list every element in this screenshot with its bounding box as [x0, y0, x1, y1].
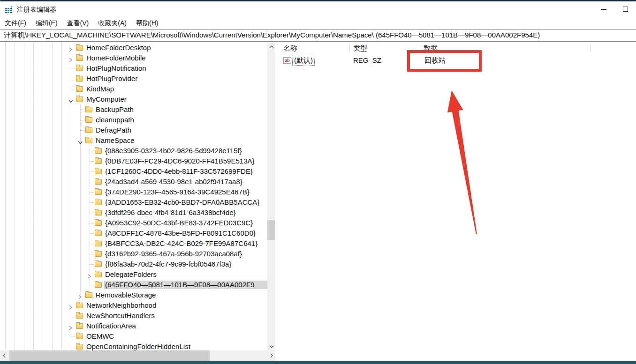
tree-connector — [90, 223, 94, 223]
tree-item-hotplugprovider[interactable]: HotPlugProvider — [0, 74, 267, 84]
tree-item-opencontainingfolderhiddenlist[interactable]: OpenContainingFolderHiddenList — [0, 342, 267, 350]
folder-icon — [76, 334, 83, 339]
column-separator[interactable] — [349, 43, 350, 53]
tree-item-b4bfcc3a-db2c-424c-b029-7fe99a87c641[interactable]: {B4BFCC3A-DB2C-424C-B029-7FE99A87C641} — [0, 238, 267, 249]
maximize-button[interactable] — [614, 1, 636, 17]
minimize-button[interactable] — [593, 1, 614, 17]
tree-item-label: HotPlugProvider — [85, 74, 138, 83]
column-header-name[interactable]: 名称 — [283, 44, 297, 53]
scroll-right-button[interactable] — [267, 350, 275, 361]
chevron-right-icon[interactable] — [68, 324, 73, 328]
chevron-right-icon[interactable] — [68, 303, 73, 308]
tree-connector — [90, 244, 94, 244]
tree-item-3dfdf296-dbec-4fb4-81d1-6a3438bcf4de[interactable]: {3dfdf296-dbec-4fb4-81d1-6a3438bcf4de} — [0, 208, 267, 218]
chevron-right-icon[interactable] — [68, 56, 73, 60]
tree-item-label: OEMWC — [85, 332, 115, 341]
folder-icon — [95, 230, 102, 236]
scroll-down-button[interactable] — [267, 342, 275, 350]
tree-item-label: {24ad3ad4-a569-4530-98e1-ab02f9417aa8} — [104, 178, 243, 186]
tree-item-homefoldermobile[interactable]: HomeFolderMobile — [0, 53, 267, 63]
menu-item-h[interactable]: 帮助(H) — [131, 18, 163, 29]
menu-label-close: ) — [156, 19, 159, 27]
tree-item-a0953c92-50dc-43bf-be83-3742fed03c9c[interactable]: {A0953C92-50DC-43bf-BE83-3742FED03C9C} — [0, 218, 267, 228]
menu-accel-key: F — [20, 19, 24, 27]
tree-connector — [71, 316, 75, 316]
main-area: HomeFolderDesktopHomeFolderMobileHotPlug… — [0, 42, 636, 364]
tree-connector — [90, 233, 94, 234]
value-name[interactable]: (默认) — [293, 56, 314, 65]
chevron-right-icon[interactable] — [68, 45, 73, 50]
registry-editor-window: 注册表编辑器 文件(F)编辑(E)查看(V)收藏夹(A)帮助(H) 计算机\HK… — [0, 0, 636, 364]
menu-item-e[interactable]: 编辑(E) — [31, 18, 62, 29]
tree-item-label: NameSpace — [95, 136, 136, 145]
folder-icon — [85, 117, 92, 123]
chevron-right-icon[interactable] — [87, 272, 92, 277]
tree-item-networkneighborhood[interactable]: NetworkNeighborhood — [0, 300, 267, 311]
tree-scrollbar-thumb[interactable] — [267, 220, 275, 240]
tree-item-label: NetworkNeighborhood — [85, 301, 157, 310]
tree-hscrollbar-thumb[interactable] — [9, 350, 210, 361]
folder-icon — [76, 76, 83, 82]
menu-item-a[interactable]: 收藏夹(A) — [93, 18, 131, 29]
chevron-down-icon[interactable] — [78, 138, 83, 143]
tree-item-d3162b92-9365-467a-956b-92703aca08af[interactable]: {d3162b92-9365-467a-956b-92703aca08af} — [0, 249, 267, 259]
menu-label: 文件( — [5, 19, 20, 27]
tree-connector — [71, 79, 75, 79]
registry-tree: HomeFolderDesktopHomeFolderMobileHotPlug… — [0, 43, 267, 350]
values-panel: 名称 类型 数据 ab (默认) REG_SZ 回收站 — [277, 42, 636, 350]
tree-item-label: {f86fa3ab-70d2-4fc7-9c99-fcbf05467f3a} — [104, 260, 232, 268]
tree-item-label: DefragPath — [95, 126, 132, 134]
scroll-left-button[interactable] — [0, 350, 8, 361]
tree-item-kindmap[interactable]: KindMap — [0, 84, 267, 94]
tree-item-homefolderdesktop[interactable]: HomeFolderDesktop — [0, 43, 267, 53]
tree-connector — [90, 264, 94, 265]
tree-item-oemwc[interactable]: OEMWC — [0, 331, 267, 342]
tree-item-newshortcuthandlers[interactable]: NewShortcutHandlers — [0, 311, 267, 321]
menu-label: 查看( — [67, 19, 83, 27]
tree-item-removablestorage[interactable]: RemovableStorage — [0, 290, 267, 300]
tree-item-backuppath[interactable]: BackupPath — [0, 104, 267, 115]
menu-item-f[interactable]: 文件(F) — [0, 18, 31, 29]
menu-label-close: ) — [87, 19, 89, 27]
chevron-down-icon[interactable] — [68, 97, 73, 102]
column-separator[interactable] — [590, 43, 591, 53]
chevron-right-icon[interactable] — [78, 293, 83, 297]
scroll-up-button[interactable] — [267, 43, 275, 51]
folder-icon — [76, 55, 83, 61]
tree-item-defragpath[interactable]: DefragPath — [0, 125, 267, 135]
tree-item-hotplugnotification[interactable]: HotPlugNotification — [0, 63, 267, 74]
chevron-right-icon — [270, 353, 273, 358]
tree-item-374de290-123f-4565-9164-39c4925e467b[interactable]: {374DE290-123F-4565-9164-39C4925E467B} — [0, 187, 267, 197]
window-title: 注册表编辑器 — [17, 6, 56, 14]
tree-horizontal-scrollbar[interactable] — [0, 350, 275, 361]
tree-item-mycomputer[interactable]: MyComputer — [0, 94, 267, 104]
folder-icon — [95, 189, 102, 195]
tree-item-delegatefolders[interactable]: DelegateFolders — [0, 269, 267, 280]
tree-item-088e3905-0323-4b02-9826-5d99428e115f[interactable]: {088e3905-0323-4b02-9826-5d99428e115f} — [0, 146, 267, 156]
tree-connector — [90, 202, 94, 203]
tree-connector — [90, 213, 94, 213]
tree-item-645ffo40-5081-101b-9f08-00aa002f9[interactable]: (645FFO40—5081—101B—9F08—00AA002F9 — [0, 280, 267, 290]
tree-item-notificationarea[interactable]: NotificationArea — [0, 321, 267, 331]
menu-label-close: ) — [24, 19, 26, 27]
folder-icon — [95, 261, 102, 267]
column-header-type[interactable]: 类型 — [353, 44, 367, 53]
menu-item-v[interactable]: 查看(V) — [62, 18, 94, 29]
tree-connector — [90, 151, 94, 151]
tree-item-f86fa3ab-70d2-4fc7-9c99-fcbf05467f3a[interactable]: {f86fa3ab-70d2-4fc7-9c99-fcbf05467f3a} — [0, 259, 267, 269]
menu-label-close: ) — [124, 19, 127, 27]
tree-item-0db7e03f-fc29-4dc6-9020-ff41b59e513a[interactable]: {0DB7E03F-FC29-4DC6-9020-FF41B59E513A} — [0, 156, 267, 166]
menu-accel-key: V — [82, 19, 86, 27]
tree-item-3add1653-eb32-4cb0-bbd7-dfa0abb5acca[interactable]: {3ADD1653-EB32-4cb0-BBD7-DFA0ABB5ACCA} — [0, 197, 267, 208]
tree-item-a8cdff1c-4878-43be-b5fd-f8091c1c60d0[interactable]: {A8CDFF1C-4878-43be-B5FD-F8091C1C60D0} — [0, 228, 267, 238]
tree-item-namespace[interactable]: NameSpace — [0, 135, 267, 146]
address-bar[interactable]: 计算机\HKEY_LOCAL_MACHINE\SOFTWARE\Microsof… — [0, 29, 636, 42]
menu-label-close: ) — [55, 19, 58, 27]
tree-vertical-scrollbar[interactable] — [267, 43, 275, 350]
tree-item-24ad3ad4-a569-4530-98e1-ab02f9417aa8[interactable]: {24ad3ad4-a569-4530-98e1-ab02f9417aa8} — [0, 177, 267, 187]
folder-icon — [85, 127, 92, 133]
tree-item-cleanuppath[interactable]: cleanuppath — [0, 115, 267, 125]
tree-item-1cf1260c-4dd0-4ebb-811f-33c572699fde[interactable]: {1CF1260C-4DD0-4ebb-811F-33C572699FDE} — [0, 166, 267, 177]
tree-item-label: cleanuppath — [95, 116, 135, 124]
panel-divider[interactable] — [276, 42, 276, 361]
